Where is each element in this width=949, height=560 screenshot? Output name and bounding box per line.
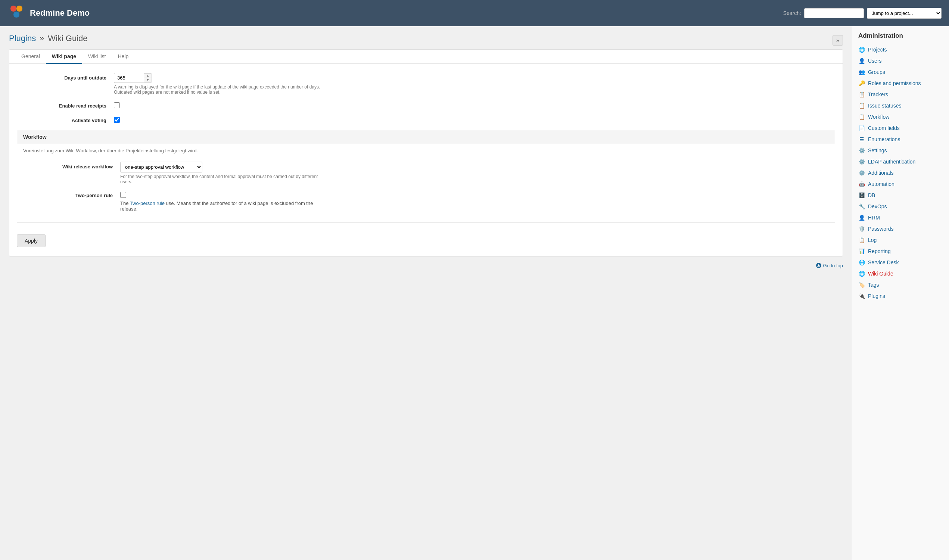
main-wrapper: » Plugins » Wiki Guide General Wiki page… <box>0 26 949 560</box>
sidebar-item-label-workflow: Workflow <box>868 114 889 120</box>
wiki-release-workflow-select[interactable]: one-step approval workflow two-step appr… <box>120 162 202 172</box>
sidebar-item-tags[interactable]: 🏷️ Tags <box>852 279 949 291</box>
two-person-hint-pre: The <box>120 200 130 206</box>
breadcrumb: » Plugins » Wiki Guide <box>9 34 843 43</box>
days-until-outdate-input[interactable] <box>114 73 144 83</box>
sidebar-item-service-desk[interactable]: 🌐 Service Desk <box>852 257 949 268</box>
spinner-up-button[interactable]: ▲ <box>144 74 152 78</box>
sidebar-item-label-log: Log <box>868 237 877 243</box>
trackers-icon: 📋 <box>858 91 865 98</box>
sidebar-item-trackers[interactable]: 📋 Trackers <box>852 89 949 100</box>
spinner-down-button[interactable]: ▼ <box>144 78 152 83</box>
wiki-guide-icon: 🌐 <box>858 270 865 277</box>
tab-container: General Wiki page Wiki list Help Days un… <box>9 49 843 257</box>
redmine-logo-icon <box>8 4 25 22</box>
sidebar-item-automation[interactable]: 🤖 Automation <box>852 178 949 190</box>
project-jump-select[interactable]: Jump to a project... <box>867 8 941 18</box>
collapse-toggle-button[interactable]: » <box>832 35 843 46</box>
roles-icon: 🔑 <box>858 80 865 87</box>
sidebar-item-devops[interactable]: 🔧 DevOps <box>852 201 949 212</box>
number-input-wrapper: ▲ ▼ <box>114 73 835 83</box>
sidebar-item-label-roles: Roles and permissions <box>868 80 921 86</box>
sidebar-item-label-hrm: HRM <box>868 215 880 221</box>
sidebar-title: Administration <box>852 32 949 44</box>
sidebar-item-enumerations[interactable]: ☰ Enumerations <box>852 134 949 145</box>
projects-icon: 🌐 <box>858 46 865 53</box>
automation-icon: 🤖 <box>858 181 865 188</box>
sidebar: Administration 🌐 Projects 👤 Users 👥 Grou… <box>852 26 949 560</box>
sidebar-item-reporting[interactable]: 📊 Reporting <box>852 246 949 257</box>
sidebar-item-plugins[interactable]: 🔌 Plugins <box>852 291 949 302</box>
sidebar-item-hrm[interactable]: 👤 HRM <box>852 212 949 223</box>
days-until-outdate-hint: A warning is displayed for the wiki page… <box>114 85 323 95</box>
sidebar-item-label-service-desk: Service Desk <box>868 260 898 265</box>
tab-wiki-page[interactable]: Wiki page <box>46 50 82 64</box>
go-to-top[interactable]: Go to top <box>9 257 843 272</box>
days-until-outdate-row: Days until outdate ▲ ▼ A warning is disp… <box>17 73 835 95</box>
go-to-top-label[interactable]: Go to top <box>816 263 843 268</box>
sidebar-item-ldap[interactable]: ⚙️ LDAP authentication <box>852 156 949 167</box>
wiki-release-workflow-field: one-step approval workflow two-step appr… <box>120 162 829 185</box>
sidebar-item-settings[interactable]: ⚙️ Settings <box>852 145 949 156</box>
activate-voting-label: Activate voting <box>17 115 114 123</box>
sidebar-item-label-tags: Tags <box>868 282 879 288</box>
wiki-release-workflow-label: Wiki release workflow <box>23 162 120 169</box>
sidebar-item-label-devops: DevOps <box>868 203 887 209</box>
sidebar-item-label-enumerations: Enumerations <box>868 136 900 142</box>
sidebar-item-projects[interactable]: 🌐 Projects <box>852 44 949 55</box>
sidebar-item-roles-permissions[interactable]: 🔑 Roles and permissions <box>852 78 949 89</box>
sidebar-item-label-passwords: Passwords <box>868 226 894 232</box>
apply-button[interactable]: Apply <box>17 234 46 247</box>
sidebar-item-label-settings: Settings <box>868 148 887 154</box>
workflow-section-header: Workflow <box>17 130 835 144</box>
sidebar-item-label-reporting: Reporting <box>868 248 891 254</box>
tab-wiki-list[interactable]: Wiki list <box>82 50 112 64</box>
search-label: Search: <box>783 10 801 16</box>
search-input[interactable] <box>804 8 864 18</box>
sidebar-item-label-db: DB <box>868 192 875 198</box>
sidebar-item-db[interactable]: 🗄️ DB <box>852 190 949 201</box>
sidebar-item-label-groups: Groups <box>868 69 885 75</box>
content-area: » Plugins » Wiki Guide General Wiki page… <box>0 26 852 560</box>
sidebar-item-label-additionals: Additionals <box>868 170 894 176</box>
go-to-top-icon <box>816 263 822 268</box>
sidebar-item-label-custom-fields: Custom fields <box>868 125 900 131</box>
hrm-icon: 👤 <box>858 214 865 221</box>
groups-icon: 👥 <box>858 69 865 75</box>
sidebar-item-label-automation: Automation <box>868 181 895 187</box>
page-title: Wiki Guide <box>48 34 88 43</box>
sidebar-item-label-users: Users <box>868 58 882 64</box>
wiki-release-workflow-row: Wiki release workflow one-step approval … <box>23 162 829 185</box>
activate-voting-field <box>114 115 835 124</box>
sidebar-item-users[interactable]: 👤 Users <box>852 55 949 66</box>
sidebar-item-workflow[interactable]: 📋 Workflow <box>852 111 949 123</box>
plugins-icon: 🔌 <box>858 293 865 299</box>
sidebar-item-log[interactable]: 📋 Log <box>852 234 949 246</box>
sidebar-item-wiki-guide[interactable]: 🌐 Wiki Guide <box>852 268 949 279</box>
two-person-rule-hint: The Two-person rule use. Means that the … <box>120 200 329 212</box>
sidebar-item-issue-statuses[interactable]: 📋 Issue statuses <box>852 100 949 111</box>
activate-voting-checkbox[interactable] <box>114 117 120 123</box>
workflow-form: Wiki release workflow one-step approval … <box>17 157 835 222</box>
sidebar-item-custom-fields[interactable]: 📄 Custom fields <box>852 123 949 134</box>
sidebar-item-passwords[interactable]: 🛡️ Passwords <box>852 223 949 234</box>
sidebar-item-additionals[interactable]: ⚙️ Additionals <box>852 167 949 178</box>
logo-area: Redmine Demo <box>8 4 89 22</box>
plugins-breadcrumb-link[interactable]: Plugins <box>9 34 36 43</box>
wiki-release-hint: For the two-step approval workflow, the … <box>120 174 329 185</box>
breadcrumb-separator: » <box>40 34 44 43</box>
tab-general[interactable]: General <box>15 50 46 64</box>
sidebar-item-label-ldap: LDAP authentication <box>868 158 915 165</box>
two-person-rule-link[interactable]: Two-person rule <box>130 200 165 206</box>
users-icon: 👤 <box>858 57 865 64</box>
two-person-rule-row: Two-person rule The Two-person rule use.… <box>23 191 829 212</box>
service-desk-icon: 🌐 <box>858 259 865 266</box>
two-person-rule-checkbox[interactable] <box>120 192 126 198</box>
tab-help[interactable]: Help <box>112 50 134 64</box>
issue-statuses-icon: 📋 <box>858 102 865 109</box>
log-icon: 📋 <box>858 237 865 243</box>
enable-read-receipts-checkbox[interactable] <box>114 102 120 108</box>
sidebar-item-label-projects: Projects <box>868 47 887 52</box>
sidebar-item-groups[interactable]: 👥 Groups <box>852 66 949 78</box>
svg-point-0 <box>11 6 17 12</box>
